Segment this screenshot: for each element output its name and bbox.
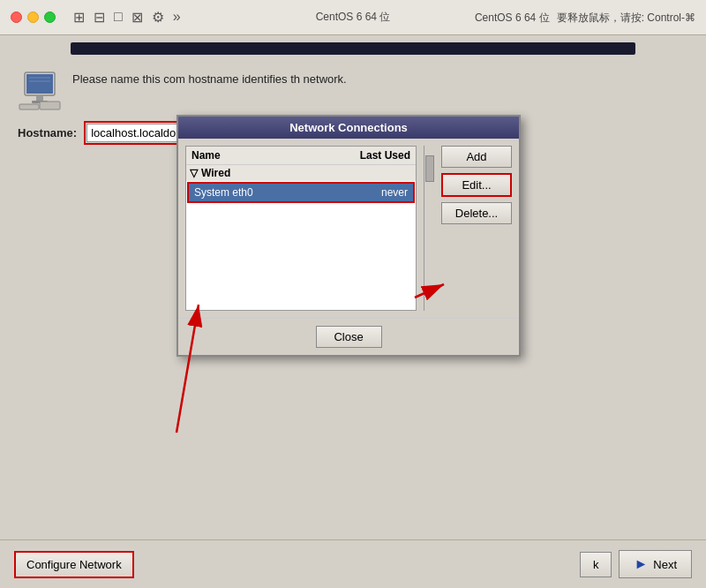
- svg-rect-8: [19, 104, 39, 109]
- snapshot-icon: ⊟: [94, 9, 105, 26]
- svg-rect-6: [36, 95, 43, 101]
- eth0-row-outline: System eth0 never: [187, 182, 415, 203]
- vm-progress-bar: [71, 42, 635, 55]
- col-name: Name: [192, 149, 340, 162]
- col-last-used: Last Used: [340, 149, 410, 162]
- configure-network-button[interactable]: Configure Network: [14, 551, 134, 578]
- close-button[interactable]: [11, 11, 22, 23]
- dialog-action-buttons: Add Edit... Delete...: [441, 146, 512, 311]
- bottom-bar: Configure Network k ► Next: [0, 539, 706, 588]
- maximize-button[interactable]: [44, 11, 56, 23]
- scrollbar-thumb[interactable]: [425, 155, 434, 182]
- collapse-icon: ▽: [190, 167, 198, 179]
- title-bar: ⊞ ⊟ □ ⊠ ⚙ » CentOS 6 64 位 CentOS 6 64 位 …: [0, 0, 706, 35]
- list-header: Name Last Used: [186, 147, 416, 165]
- bottom-right-buttons: k ► Next: [580, 550, 692, 578]
- svg-rect-10: [29, 77, 50, 79]
- computer-icon: [18, 71, 62, 110]
- k-button[interactable]: k: [580, 552, 612, 577]
- dialog-title: Network Connections: [178, 117, 519, 139]
- main-content: Please name this com hostname identifies…: [0, 62, 706, 154]
- next-label: Next: [653, 558, 677, 571]
- dialog-body: Name Last Used ▽ Wired System eth0 never: [178, 139, 519, 318]
- traffic-lights[interactable]: [11, 11, 56, 23]
- wired-section-header: ▽ Wired: [186, 165, 416, 181]
- dialog-close-row: Close: [178, 318, 519, 355]
- window-icon: □: [114, 9, 123, 26]
- network-connections-dialog: Network Connections Name Last Used ▽ Wir…: [176, 115, 521, 357]
- vm-status-text: CentOS 6 64 位: [475, 10, 550, 25]
- toolbar-icons: ⊞ ⊟ □ ⊠ ⚙ »: [73, 9, 181, 26]
- scrollbar[interactable]: [424, 146, 434, 311]
- add-button[interactable]: Add: [441, 146, 512, 168]
- hostname-label: Hostname:: [18, 126, 77, 139]
- close-button[interactable]: Close: [316, 326, 382, 348]
- next-arrow-icon: ►: [634, 556, 648, 572]
- edit-button[interactable]: Edit...: [441, 173, 512, 197]
- minimize-button[interactable]: [27, 11, 39, 23]
- svg-rect-9: [40, 102, 60, 109]
- delete-button[interactable]: Delete...: [441, 202, 512, 224]
- settings-icon: ⚙: [152, 9, 164, 26]
- copy-icon: ⊠: [131, 9, 143, 26]
- eth0-name: System eth0: [194, 186, 337, 199]
- list-empty-area: [186, 204, 416, 310]
- vm-status: CentOS 6 64 位 要释放鼠标，请按: Control-⌘: [475, 10, 695, 25]
- panels-icon: ⊞: [73, 9, 85, 26]
- header-section: Please name this com hostname identifies…: [18, 71, 688, 110]
- header-description: Please name this com hostname identifies…: [72, 71, 347, 88]
- window-title: CentOS 6 64 位: [316, 10, 391, 25]
- next-button[interactable]: ► Next: [619, 550, 692, 578]
- eth0-last-used: never: [337, 186, 408, 199]
- svg-rect-11: [29, 80, 50, 82]
- list-item-eth0[interactable]: System eth0 never: [189, 184, 413, 201]
- vm-hint-text: 要释放鼠标，请按: Control-⌘: [557, 10, 695, 25]
- more-icon: »: [173, 9, 181, 26]
- connection-list: Name Last Used ▽ Wired System eth0 never: [185, 146, 417, 311]
- wired-label: Wired: [201, 167, 230, 179]
